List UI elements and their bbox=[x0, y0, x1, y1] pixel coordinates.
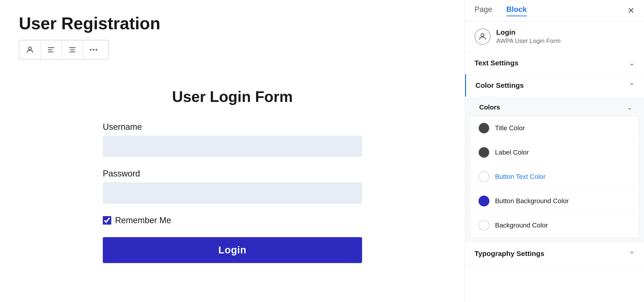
username-input[interactable] bbox=[103, 136, 362, 157]
form-title: User Login Form bbox=[103, 88, 362, 106]
label-color-item[interactable]: Label Color bbox=[470, 140, 639, 165]
more-options-icon bbox=[89, 49, 98, 51]
title-color-item[interactable]: Title Color bbox=[470, 116, 639, 140]
text-settings-header[interactable]: Text Settings ⌄ bbox=[465, 52, 644, 74]
block-description: AWPA User Login Form bbox=[496, 37, 560, 45]
sidebar-tabs: Page Block ✕ bbox=[465, 0, 644, 21]
title-color-swatch bbox=[478, 123, 489, 134]
page-tab[interactable]: Page bbox=[474, 5, 492, 16]
login-button[interactable]: Login bbox=[103, 237, 362, 263]
text-settings-chevron: ⌄ bbox=[629, 59, 634, 67]
password-group: Password bbox=[103, 169, 362, 204]
align-left-button[interactable] bbox=[40, 40, 62, 59]
username-label: Username bbox=[103, 122, 362, 132]
page-title: User Registration bbox=[19, 14, 446, 33]
label-color-label: Label Color bbox=[495, 149, 529, 156]
color-settings-body: Colors ⌄ Title Color Label Color bbox=[465, 97, 644, 242]
login-form-container: User Login Form Username Password Rememb… bbox=[103, 79, 362, 272]
button-bg-color-label: Button Background Color bbox=[495, 197, 569, 205]
remember-me-group: Remember Me bbox=[103, 215, 362, 225]
block-tab[interactable]: Block bbox=[506, 5, 527, 16]
block-name: Login bbox=[496, 28, 560, 36]
block-info: Login AWPA User Login Form bbox=[465, 21, 644, 52]
typography-settings-header[interactable]: Typography Settings ⌄ bbox=[465, 242, 644, 265]
typography-settings-chevron: ⌄ bbox=[629, 250, 634, 258]
title-color-label: Title Color bbox=[495, 124, 525, 132]
more-options-button[interactable] bbox=[83, 40, 104, 59]
block-icon bbox=[474, 29, 490, 45]
label-color-swatch bbox=[478, 147, 489, 158]
remember-me-label: Remember Me bbox=[115, 215, 171, 225]
button-bg-color-item[interactable]: Button Background Color bbox=[470, 189, 639, 213]
align-center-button[interactable] bbox=[62, 40, 83, 59]
button-text-color-item[interactable]: Button Text Color bbox=[470, 165, 639, 189]
block-toolbar bbox=[19, 40, 108, 60]
background-color-swatch bbox=[478, 220, 489, 231]
background-color-item[interactable]: Background Color bbox=[470, 213, 639, 237]
colors-sub-header[interactable]: Colors ⌄ bbox=[465, 99, 644, 116]
password-input[interactable] bbox=[103, 182, 362, 204]
align-left-icon bbox=[47, 46, 56, 54]
background-color-label: Background Color bbox=[495, 221, 548, 229]
button-text-color-swatch bbox=[478, 171, 489, 182]
color-settings-panel: Color Settings ⌄ Colors ⌄ Title Color bbox=[465, 74, 644, 242]
color-items-list: Title Color Label Color Button Text Colo… bbox=[470, 116, 639, 238]
username-group: Username bbox=[103, 122, 362, 157]
button-bg-color-swatch bbox=[478, 196, 489, 206]
close-button[interactable]: ✕ bbox=[628, 6, 634, 15]
typography-settings-panel: Typography Settings ⌄ bbox=[465, 242, 644, 265]
svg-point-7 bbox=[90, 49, 92, 51]
block-info-text: Login AWPA User Login Form bbox=[496, 28, 560, 45]
typography-settings-title: Typography Settings bbox=[474, 250, 544, 258]
color-settings-title: Color Settings bbox=[476, 81, 524, 89]
sidebar: Page Block ✕ Login AWPA User Login Form … bbox=[465, 0, 644, 302]
password-label: Password bbox=[103, 169, 362, 179]
remember-me-checkbox[interactable] bbox=[103, 216, 111, 225]
color-settings-header[interactable]: Color Settings ⌄ bbox=[465, 74, 644, 97]
svg-point-9 bbox=[96, 49, 97, 51]
color-settings-chevron: ⌄ bbox=[629, 82, 634, 89]
user-icon-button[interactable] bbox=[19, 40, 40, 59]
svg-point-0 bbox=[28, 47, 31, 50]
user-icon bbox=[26, 46, 34, 54]
colors-sub-title: Colors bbox=[479, 104, 500, 111]
tab-group: Page Block bbox=[474, 5, 527, 16]
text-settings-panel: Text Settings ⌄ bbox=[465, 52, 644, 74]
svg-point-8 bbox=[93, 49, 94, 51]
align-center-icon bbox=[68, 46, 76, 54]
main-content: User Registration User Login Form U bbox=[0, 0, 465, 302]
button-text-color-label: Button Text Color bbox=[495, 173, 546, 180]
text-settings-title: Text Settings bbox=[474, 59, 518, 67]
colors-chevron: ⌄ bbox=[627, 104, 632, 111]
svg-point-10 bbox=[481, 34, 484, 37]
